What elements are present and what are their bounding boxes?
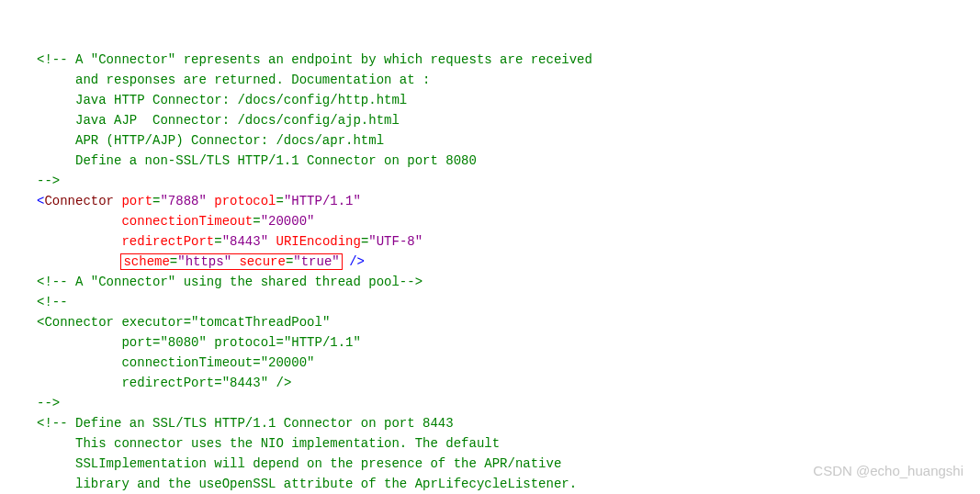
comment-close: --> — [37, 174, 60, 188]
attr-scheme-value: "https" — [177, 254, 231, 269]
attr-secure-value: "true" — [293, 254, 339, 269]
xml-code-block: <!-- A "Connector" represents an endpoin… — [37, 50, 962, 494]
connector-tag: Connector — [44, 194, 114, 208]
attr-connection-timeout: connectionTimeout — [121, 355, 253, 370]
comment-line: <!-- A "Connector" using the shared thre… — [37, 275, 422, 289]
comment-line: APR (HTTP/AJP) Connector: /docs/apr.html — [37, 133, 384, 148]
attr-uri-encoding: URIEncoding — [276, 234, 360, 249]
attr-protocol: protocol — [214, 194, 276, 208]
comment-line: Define a non-SSL/TLS HTTP/1.1 Connector … — [37, 153, 477, 168]
attr-redirect-port: redirectPort — [121, 376, 214, 390]
comment-line: SSLImplementation will depend on the pre… — [37, 456, 561, 471]
comment-line: and responses are returned. Documentatio… — [37, 73, 430, 87]
attr-protocol: protocol — [214, 335, 276, 350]
attr-scheme: scheme — [123, 254, 169, 269]
comment-line: Java AJP Connector: /docs/config/ajp.htm… — [37, 113, 400, 128]
comment-line: This connector uses the NIO implementati… — [37, 436, 500, 451]
tag-self-close: /> — [276, 376, 291, 390]
attr-ct-value: "20000" — [261, 214, 315, 229]
comment-line: <!-- Define an SSL/TLS HTTP/1.1 Connecto… — [37, 416, 454, 431]
attr-executor-value: "tomcatThreadPool" — [191, 315, 330, 330]
comment-line: Java HTTP Connector: /docs/config/http.h… — [37, 93, 407, 107]
attr-port: port — [121, 335, 152, 350]
attr-port-value: "7888" — [160, 194, 206, 208]
tag-self-close: /> — [349, 254, 365, 269]
attr-connection-timeout: connectionTimeout — [121, 214, 253, 229]
attr-protocol-value: "HTTP/1.1" — [284, 194, 361, 208]
highlighted-attrs: scheme="https" secure="true" — [121, 254, 341, 269]
attr-executor: executor — [121, 315, 183, 330]
comment-close: --> — [37, 396, 60, 410]
comment-line: <!-- A "Connector" represents an endpoin… — [37, 52, 592, 67]
attr-port-value: "8080" — [160, 335, 206, 350]
attr-rp-value: "8443" — [222, 234, 268, 249]
attr-redirect-port: redirectPort — [121, 234, 214, 249]
attr-protocol-value: "HTTP/1.1" — [284, 335, 361, 350]
connector-tag: Connector — [44, 315, 114, 330]
comment-open: <!-- — [37, 295, 68, 309]
attr-secure: secure — [239, 254, 285, 269]
comment-line: library and the useOpenSSL attribute of … — [37, 477, 577, 491]
attr-uri-value: "UTF-8" — [368, 234, 422, 249]
attr-rp-value: "8443" — [222, 376, 268, 390]
attr-port: port — [121, 194, 152, 208]
attr-ct-value: "20000" — [261, 355, 315, 370]
